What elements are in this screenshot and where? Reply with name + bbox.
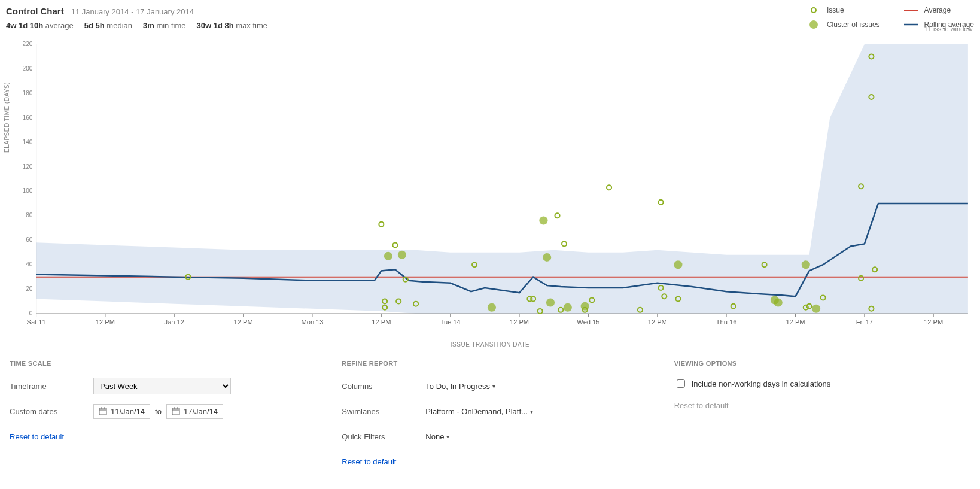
svg-point-93 [802, 260, 810, 269]
custom-dates-label: Custom dates [10, 407, 93, 416]
svg-text:12 PM: 12 PM [510, 318, 529, 326]
svg-text:160: 160 [23, 114, 33, 121]
svg-point-49 [379, 222, 384, 227]
svg-point-84 [488, 303, 496, 312]
columns-label: Columns [342, 382, 425, 391]
svg-point-94 [812, 305, 820, 313]
y-axis-label: ELAPSED TIME (DAYS) [4, 82, 10, 153]
svg-text:12 PM: 12 PM [234, 318, 253, 326]
svg-text:12 PM: 12 PM [372, 318, 391, 326]
date-to-separator: to [155, 407, 162, 416]
refine-header: REFINE REPORT [342, 360, 638, 367]
controls-panel: TIME SCALE Timeframe Past Week Custom da… [6, 360, 974, 478]
svg-point-92 [774, 299, 783, 307]
svg-text:12 PM: 12 PM [648, 318, 667, 326]
stat-min: 3m min time [143, 21, 186, 30]
stat-average: 4w 1d 10h average [6, 21, 74, 30]
svg-point-83 [398, 251, 406, 259]
date-from-input[interactable]: 11/Jan/14 [93, 404, 150, 419]
svg-text:Wed 15: Wed 15 [577, 318, 599, 326]
timeframe-label: Timeframe [10, 382, 93, 391]
svg-point-90 [674, 260, 682, 269]
svg-text:40: 40 [26, 261, 33, 268]
legend-cluster: Cluster of issues [806, 20, 880, 29]
page-title: Control Chart [6, 6, 64, 16]
legend-average: Average [904, 6, 974, 14]
quickfilters-label: Quick Filters [342, 432, 425, 441]
date-range: 11 January 2014 - 17 January 2014 [71, 7, 194, 16]
calendar-icon [99, 407, 107, 415]
calendar-icon [172, 407, 180, 415]
legend: Issue Cluster of issues Average Rolling … [806, 6, 974, 32]
svg-text:Fri 17: Fri 17 [856, 318, 873, 326]
svg-point-68 [659, 200, 664, 205]
svg-text:12 PM: 12 PM [786, 318, 805, 326]
svg-point-86 [539, 217, 547, 225]
nonworking-label: Include non-working days in calculations [692, 379, 831, 388]
x-axis-label: ISSUE TRANSITION DATE [6, 341, 974, 348]
svg-rect-95 [99, 408, 106, 415]
reset-refine-link[interactable]: Reset to default [342, 457, 396, 466]
svg-point-89 [581, 302, 589, 311]
timescale-header: TIME SCALE [10, 360, 306, 367]
svg-text:120: 120 [23, 163, 33, 170]
svg-text:220: 220 [23, 41, 33, 47]
refine-column: REFINE REPORT Columns To Do, In Progress… [342, 360, 638, 478]
svg-text:Tue 14: Tue 14 [440, 318, 461, 326]
stat-max: 30w 1d 8h max time [197, 21, 268, 30]
columns-dropdown[interactable]: To Do, In Progress [425, 382, 495, 391]
svg-point-0 [811, 8, 816, 13]
svg-point-85 [543, 253, 551, 262]
reset-viewing-link: Reset to default [674, 401, 729, 410]
svg-text:0: 0 [29, 310, 33, 317]
svg-rect-99 [172, 408, 179, 415]
svg-text:80: 80 [26, 212, 33, 218]
svg-text:180: 180 [23, 90, 33, 96]
header: Control Chart 11 January 2014 - 17 Janua… [6, 6, 974, 32]
swimlanes-label: Swimlanes [342, 407, 425, 416]
svg-point-88 [564, 303, 572, 312]
stat-median: 5d 5h median [84, 21, 132, 30]
viewing-column: VIEWING OPTIONS Include non-working days… [674, 360, 970, 478]
timescale-column: TIME SCALE Timeframe Past Week Custom da… [10, 360, 306, 478]
date-to-input[interactable]: 17/Jan/14 [166, 404, 223, 419]
svg-point-51 [392, 242, 397, 247]
legend-rolling-sub: 11 issue window [924, 25, 974, 32]
svg-text:12 PM: 12 PM [924, 318, 943, 326]
swimlanes-dropdown[interactable]: Platform - OnDemand, Platf... [425, 407, 533, 416]
svg-text:12 PM: 12 PM [96, 318, 115, 326]
svg-text:100: 100 [23, 188, 33, 195]
legend-issue: Issue [806, 6, 880, 14]
svg-text:Thu 16: Thu 16 [716, 318, 737, 326]
svg-point-1 [809, 20, 818, 29]
svg-point-65 [607, 185, 611, 190]
timeframe-select[interactable]: Past Week [93, 378, 231, 394]
svg-text:60: 60 [26, 236, 33, 243]
svg-point-61 [562, 241, 567, 246]
svg-point-82 [384, 252, 392, 260]
svg-text:Sat 11: Sat 11 [26, 318, 45, 326]
svg-point-60 [555, 213, 559, 218]
reset-timescale-link[interactable]: Reset to default [10, 432, 64, 441]
svg-text:140: 140 [23, 139, 33, 145]
svg-text:Jan 12: Jan 12 [165, 318, 184, 326]
stats-row: 4w 1d 10h average 5d 5h median 3m min ti… [6, 21, 267, 30]
nonworking-checkbox[interactable] [677, 379, 685, 388]
control-chart: ELAPSED TIME (DAYS) 02040608010012014016… [6, 38, 974, 338]
svg-text:Mon 13: Mon 13 [301, 318, 323, 326]
viewing-header: VIEWING OPTIONS [674, 360, 970, 367]
svg-point-87 [546, 299, 555, 307]
quickfilters-dropdown[interactable]: None [425, 432, 449, 441]
svg-marker-4 [36, 44, 968, 314]
svg-text:20: 20 [26, 285, 33, 292]
svg-text:200: 200 [23, 65, 33, 72]
